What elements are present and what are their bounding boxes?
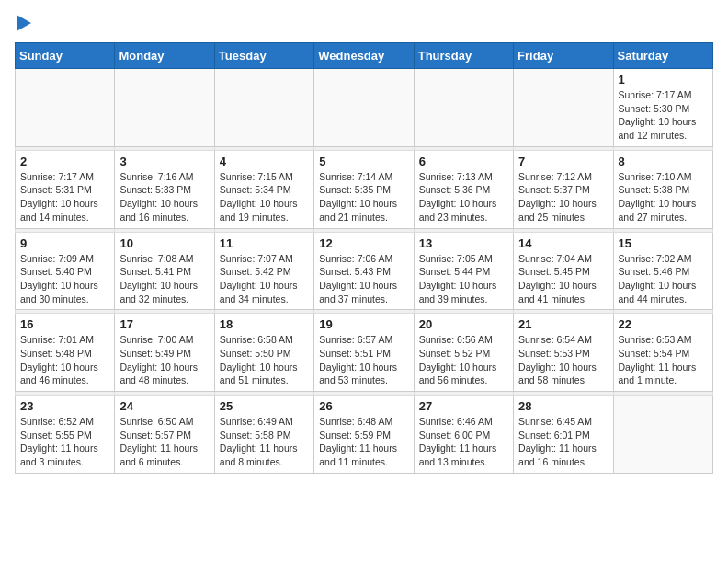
day-number: 15 xyxy=(619,236,708,250)
page-header xyxy=(15,15,713,31)
calendar-cell: 11Sunrise: 7:07 AM Sunset: 5:42 PM Dayli… xyxy=(214,232,313,310)
calendar-cell: 2Sunrise: 7:17 AM Sunset: 5:31 PM Daylig… xyxy=(16,150,115,228)
weekday-header: Monday xyxy=(115,43,214,69)
logo-icon xyxy=(15,15,31,31)
logo xyxy=(15,15,31,31)
day-number: 24 xyxy=(119,399,209,413)
day-number: 11 xyxy=(220,236,309,250)
calendar-cell: 19Sunrise: 6:57 AM Sunset: 5:51 PM Dayli… xyxy=(314,314,414,392)
day-number: 19 xyxy=(319,317,408,331)
calendar-cell xyxy=(214,69,313,147)
day-number: 25 xyxy=(220,399,309,413)
calendar-cell xyxy=(613,396,712,474)
weekday-header: Wednesday xyxy=(314,43,414,69)
day-number: 14 xyxy=(518,236,608,250)
day-info: Sunrise: 6:49 AM Sunset: 5:58 PM Dayligh… xyxy=(220,415,309,469)
day-number: 27 xyxy=(419,399,508,413)
calendar-cell: 9Sunrise: 7:09 AM Sunset: 5:40 PM Daylig… xyxy=(16,232,115,310)
weekday-header: Saturday xyxy=(613,43,712,69)
calendar-cell: 12Sunrise: 7:06 AM Sunset: 5:43 PM Dayli… xyxy=(314,232,414,310)
day-info: Sunrise: 7:05 AM Sunset: 5:44 PM Dayligh… xyxy=(419,252,508,306)
weekday-header: Thursday xyxy=(414,43,513,69)
weekday-header-row: SundayMondayTuesdayWednesdayThursdayFrid… xyxy=(16,43,713,69)
day-number: 6 xyxy=(419,155,508,168)
weekday-header: Tuesday xyxy=(214,43,313,69)
calendar-cell: 3Sunrise: 7:16 AM Sunset: 5:33 PM Daylig… xyxy=(115,150,214,228)
calendar-cell xyxy=(314,69,414,147)
calendar-cell: 6Sunrise: 7:13 AM Sunset: 5:36 PM Daylig… xyxy=(414,150,513,228)
calendar-cell: 10Sunrise: 7:08 AM Sunset: 5:41 PM Dayli… xyxy=(115,232,214,310)
calendar-table: SundayMondayTuesdayWednesdayThursdayFrid… xyxy=(15,42,713,474)
logo-triangle-icon xyxy=(17,15,31,31)
day-info: Sunrise: 6:54 AM Sunset: 5:53 PM Dayligh… xyxy=(518,333,608,387)
day-info: Sunrise: 7:08 AM Sunset: 5:41 PM Dayligh… xyxy=(119,252,209,306)
day-number: 2 xyxy=(20,155,109,168)
calendar-week-row: 23Sunrise: 6:52 AM Sunset: 5:55 PM Dayli… xyxy=(16,396,713,474)
day-info: Sunrise: 7:14 AM Sunset: 5:35 PM Dayligh… xyxy=(319,170,408,224)
day-info: Sunrise: 7:13 AM Sunset: 5:36 PM Dayligh… xyxy=(419,170,508,224)
calendar-cell: 24Sunrise: 6:50 AM Sunset: 5:57 PM Dayli… xyxy=(115,396,214,474)
day-number: 20 xyxy=(419,317,508,331)
calendar-cell: 1Sunrise: 7:17 AM Sunset: 5:30 PM Daylig… xyxy=(613,69,712,147)
day-number: 8 xyxy=(619,155,708,168)
day-number: 21 xyxy=(518,317,608,331)
day-info: Sunrise: 6:58 AM Sunset: 5:50 PM Dayligh… xyxy=(220,333,309,387)
day-number: 12 xyxy=(319,236,408,250)
day-info: Sunrise: 7:07 AM Sunset: 5:42 PM Dayligh… xyxy=(220,252,309,306)
calendar-cell: 28Sunrise: 6:45 AM Sunset: 6:01 PM Dayli… xyxy=(514,396,613,474)
calendar-cell xyxy=(16,69,115,147)
day-info: Sunrise: 6:53 AM Sunset: 5:54 PM Dayligh… xyxy=(619,333,708,387)
day-info: Sunrise: 6:50 AM Sunset: 5:57 PM Dayligh… xyxy=(119,415,209,469)
day-info: Sunrise: 7:02 AM Sunset: 5:46 PM Dayligh… xyxy=(619,252,708,306)
calendar-cell xyxy=(414,69,513,147)
calendar-cell: 27Sunrise: 6:46 AM Sunset: 6:00 PM Dayli… xyxy=(414,396,513,474)
day-info: Sunrise: 7:15 AM Sunset: 5:34 PM Dayligh… xyxy=(220,170,309,224)
calendar-cell: 26Sunrise: 6:48 AM Sunset: 5:59 PM Dayli… xyxy=(314,396,414,474)
day-number: 13 xyxy=(419,236,508,250)
calendar-cell: 21Sunrise: 6:54 AM Sunset: 5:53 PM Dayli… xyxy=(514,314,613,392)
day-info: Sunrise: 6:48 AM Sunset: 5:59 PM Dayligh… xyxy=(319,415,408,469)
day-info: Sunrise: 6:57 AM Sunset: 5:51 PM Dayligh… xyxy=(319,333,408,387)
day-info: Sunrise: 7:00 AM Sunset: 5:49 PM Dayligh… xyxy=(119,333,209,387)
day-info: Sunrise: 6:52 AM Sunset: 5:55 PM Dayligh… xyxy=(20,415,109,469)
calendar-cell: 23Sunrise: 6:52 AM Sunset: 5:55 PM Dayli… xyxy=(16,396,115,474)
calendar-cell: 15Sunrise: 7:02 AM Sunset: 5:46 PM Dayli… xyxy=(613,232,712,310)
day-info: Sunrise: 7:10 AM Sunset: 5:38 PM Dayligh… xyxy=(619,170,708,224)
calendar-cell: 18Sunrise: 6:58 AM Sunset: 5:50 PM Dayli… xyxy=(214,314,313,392)
day-info: Sunrise: 7:01 AM Sunset: 5:48 PM Dayligh… xyxy=(20,333,109,387)
weekday-header: Sunday xyxy=(16,43,115,69)
day-number: 23 xyxy=(20,399,109,413)
day-info: Sunrise: 7:04 AM Sunset: 5:45 PM Dayligh… xyxy=(518,252,608,306)
calendar-cell: 22Sunrise: 6:53 AM Sunset: 5:54 PM Dayli… xyxy=(613,314,712,392)
calendar-cell: 4Sunrise: 7:15 AM Sunset: 5:34 PM Daylig… xyxy=(214,150,313,228)
calendar-cell: 5Sunrise: 7:14 AM Sunset: 5:35 PM Daylig… xyxy=(314,150,414,228)
day-number: 26 xyxy=(319,399,408,413)
calendar-cell: 13Sunrise: 7:05 AM Sunset: 5:44 PM Dayli… xyxy=(414,232,513,310)
day-number: 4 xyxy=(220,155,309,168)
day-number: 3 xyxy=(119,155,209,168)
day-number: 7 xyxy=(518,155,608,168)
calendar-cell: 8Sunrise: 7:10 AM Sunset: 5:38 PM Daylig… xyxy=(613,150,712,228)
day-info: Sunrise: 7:17 AM Sunset: 5:31 PM Dayligh… xyxy=(20,170,109,224)
day-number: 5 xyxy=(319,155,408,168)
calendar-cell: 25Sunrise: 6:49 AM Sunset: 5:58 PM Dayli… xyxy=(214,396,313,474)
day-info: Sunrise: 6:45 AM Sunset: 6:01 PM Dayligh… xyxy=(518,415,608,469)
day-number: 28 xyxy=(518,399,608,413)
day-info: Sunrise: 7:16 AM Sunset: 5:33 PM Dayligh… xyxy=(119,170,209,224)
weekday-header: Friday xyxy=(514,43,613,69)
day-info: Sunrise: 7:09 AM Sunset: 5:40 PM Dayligh… xyxy=(20,252,109,306)
calendar-week-row: 2Sunrise: 7:17 AM Sunset: 5:31 PM Daylig… xyxy=(16,150,713,228)
day-info: Sunrise: 6:56 AM Sunset: 5:52 PM Dayligh… xyxy=(419,333,508,387)
calendar-cell: 14Sunrise: 7:04 AM Sunset: 5:45 PM Dayli… xyxy=(514,232,613,310)
day-number: 22 xyxy=(619,317,708,331)
calendar-cell xyxy=(514,69,613,147)
day-info: Sunrise: 7:17 AM Sunset: 5:30 PM Dayligh… xyxy=(619,88,708,143)
day-number: 16 xyxy=(20,317,109,331)
day-number: 9 xyxy=(20,236,109,250)
calendar-cell: 7Sunrise: 7:12 AM Sunset: 5:37 PM Daylig… xyxy=(514,150,613,228)
day-info: Sunrise: 7:06 AM Sunset: 5:43 PM Dayligh… xyxy=(319,252,408,306)
calendar-cell: 20Sunrise: 6:56 AM Sunset: 5:52 PM Dayli… xyxy=(414,314,513,392)
calendar-cell xyxy=(115,69,214,147)
calendar-week-row: 1Sunrise: 7:17 AM Sunset: 5:30 PM Daylig… xyxy=(16,69,713,147)
day-number: 10 xyxy=(119,236,209,250)
